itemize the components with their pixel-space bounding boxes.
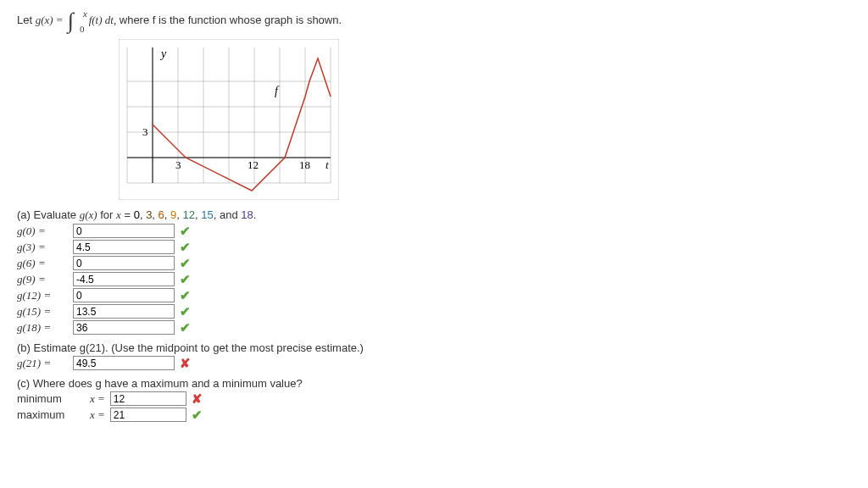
pa-eq: = [121,208,134,221]
pa-row-label-5: g(15) = [17,305,68,319]
pc-row-0: minimumx = ✘ [17,391,851,406]
pa-j-5: , and [214,208,242,221]
part-b: (b) Estimate g(21). (Use the midpoint to… [17,341,851,370]
stmt-post: where f is the function whose graph is s… [120,14,342,26]
pa-row-input-4[interactable] [73,288,175,302]
pc-row-input-1[interactable] [110,408,186,422]
part-b-prompt: (b) Estimate g(21). (Use the midpoint to… [17,341,851,354]
pa-row-label-4: g(12) = [17,289,68,302]
integral-lower: 0 [80,24,85,34]
y-axis-label: y [159,47,167,60]
x-tick-3: 3 [175,158,181,171]
pa-row-6: g(18) = ✔ [17,320,851,335]
pa-xv-0: 0 [134,208,140,221]
pc-row-var-0: x = [90,392,105,406]
pb-label: g(21) = [17,357,68,370]
pc-row-label-1: maximum [17,408,85,421]
integral-icon: ∫ x 0 [68,10,74,32]
pa-row-input-3[interactable] [73,272,175,286]
pc-row-mark-1: ✔ [192,408,203,421]
pa-j-1: , [152,208,158,221]
pc-row-var-1: x = [90,408,105,422]
t-axis-label: t [326,158,329,171]
pa-row-mark-0: ✔ [180,225,191,237]
y-tick-3: 3 [142,125,148,138]
pa-j-6: . [253,208,257,221]
pa-row-0: g(0) = ✔ [17,224,851,238]
pa-row-mark-5: ✔ [180,305,191,318]
graph: y f 3 3 12 18 t [119,39,851,200]
pa-row-mark-2: ✔ [180,257,191,269]
problem-statement: Let g(x) = ∫ x 0 f(t) dt, where f is the… [17,10,851,32]
pa-row-input-1[interactable] [73,240,175,254]
part-c-prompt: (c) Where does g have a maximum and a mi… [17,377,851,390]
pa-row-mark-1: ✔ [180,241,191,253]
integral-upper: x [83,8,87,19]
pa-row-label-2: g(6) = [17,257,68,270]
part-c: (c) Where does g have a maximum and a mi… [17,377,851,422]
pc-row-input-0[interactable] [110,391,186,406]
pa-row-input-0[interactable] [73,224,175,238]
stmt-gx: g(x) = [36,14,66,26]
pa-j-2: , [164,208,170,221]
pa-xv-2: 6 [159,208,164,221]
pa-row-label-6: g(18) = [17,321,68,335]
pa-row-label-3: g(9) = [17,273,68,286]
pc-row-label-0: minimum [17,392,85,405]
stmt-pre: Let [17,14,36,26]
x-tick-12: 12 [248,158,259,171]
part-a-prompt: (a) Evaluate g(x) for x = 0, 3, 6, 9, 12… [17,208,851,222]
pb-mark: ✘ [180,357,191,369]
f-label: f [275,85,280,97]
pa-row-input-6[interactable] [73,320,175,335]
x-tick-18: 18 [299,158,310,171]
pa-pre: (a) Evaluate [17,208,80,221]
pc-row-1: maximumx = ✔ [17,408,851,422]
pb-input[interactable] [73,356,175,370]
pa-row-mark-4: ✔ [180,289,191,302]
pa-row-input-5[interactable] [73,304,175,319]
pa-row-mark-3: ✔ [180,273,191,286]
pa-row-label-0: g(0) = [17,225,68,238]
pa-gx: g(x) [80,208,97,221]
pa-row-label-1: g(3) = [17,241,68,254]
graph-svg: y f 3 3 12 18 t [119,39,339,200]
pa-xv-6: 18 [241,208,253,221]
pa-row-5: g(15) = ✔ [17,304,851,319]
pc-row-mark-0: ✘ [192,392,203,405]
pa-row-input-2[interactable] [73,256,175,270]
pa-row-3: g(9) = ✔ [17,272,851,286]
pa-mid: for [97,208,116,221]
pa-row-mark-6: ✔ [180,321,191,334]
pa-row-2: g(6) = ✔ [17,256,851,270]
part-a: (a) Evaluate g(x) for x = 0, 3, 6, 9, 12… [17,208,851,335]
pa-xv-4: 12 [183,208,195,221]
integrand: f(t) dt, [89,14,117,26]
pa-xv-5: 15 [201,208,213,221]
pa-row-1: g(3) = ✔ [17,240,851,254]
pa-j-3: , [176,208,182,221]
pa-row-4: g(12) = ✔ [17,288,851,302]
part-b-row: g(21) = ✘ [17,356,851,370]
